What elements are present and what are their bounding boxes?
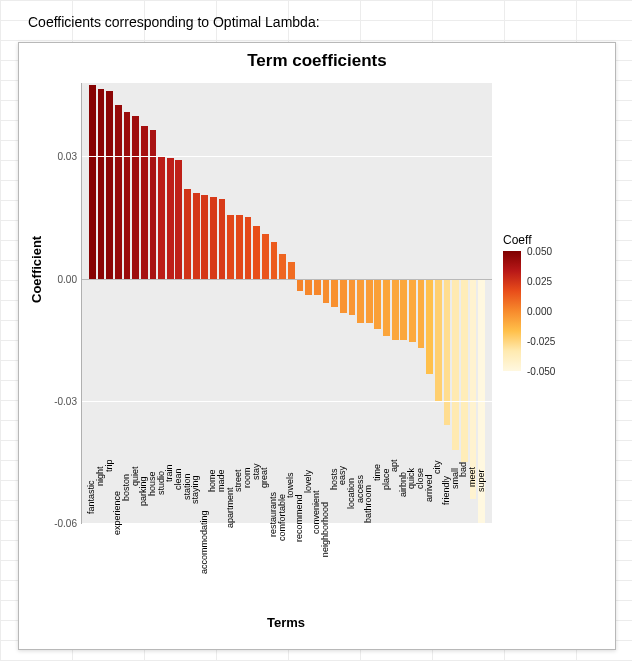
bar: [409, 279, 416, 342]
bar: [253, 226, 260, 279]
bar: [193, 193, 200, 279]
bar: [106, 91, 113, 278]
bar: [167, 158, 174, 278]
x-tick-label: room: [243, 447, 252, 527]
bar: [357, 279, 364, 324]
bar: [227, 215, 234, 278]
bar: [297, 279, 304, 291]
bar: [158, 156, 165, 278]
bar: [435, 279, 442, 401]
bar: [444, 279, 451, 426]
bar: [288, 262, 295, 278]
legend-tick-label: -0.025: [527, 336, 555, 347]
y-tick-label: -0.03: [54, 395, 77, 406]
bar: [461, 279, 468, 462]
bar: [314, 279, 321, 295]
bar: [184, 189, 191, 279]
bar: [279, 254, 286, 278]
bar: [219, 199, 226, 278]
legend-tick-label: -0.050: [527, 366, 555, 377]
legend-tick-label: 0.000: [527, 306, 552, 317]
bar: [426, 279, 433, 375]
y-axis-label: Coefficient: [29, 236, 44, 303]
bar: [374, 279, 381, 330]
chart-title: Term coefficients: [19, 51, 615, 71]
bar: [175, 160, 182, 278]
bar: [245, 217, 252, 278]
x-tick-label: boston: [122, 447, 131, 527]
bar: [98, 89, 105, 278]
legend-colorbar: [503, 251, 521, 371]
bar: [201, 195, 208, 279]
bar: [383, 279, 390, 336]
bar: [418, 279, 425, 348]
x-tick-label: bathroom: [364, 447, 373, 527]
x-tick-label: super: [477, 447, 486, 527]
y-axis-ticks: 0.030.00-0.03-0.06: [47, 83, 77, 523]
legend-tick-label: 0.050: [527, 246, 552, 257]
legend-body: 0.0500.0250.000-0.025-0.050: [503, 251, 603, 371]
bar: [331, 279, 338, 308]
bar: [305, 279, 312, 295]
bar: [366, 279, 373, 324]
bar: [323, 279, 330, 303]
bar: [349, 279, 356, 316]
legend-ticks: 0.0500.0250.000-0.025-0.050: [527, 251, 587, 371]
bar: [141, 126, 148, 279]
bar: [89, 85, 96, 279]
chart-panel: Term coefficients 0.030.00-0.03-0.06 Coe…: [18, 42, 616, 650]
bar: [262, 234, 269, 279]
bar: [271, 242, 278, 279]
legend-tick-label: 0.025: [527, 276, 552, 287]
bar: [132, 116, 139, 279]
bar: [124, 112, 131, 279]
x-tick-label: fantastic: [87, 447, 96, 527]
color-legend: Coeff 0.0500.0250.000-0.025-0.050: [503, 233, 603, 371]
y-tick-label: 0.03: [58, 151, 77, 162]
bar: [150, 130, 157, 279]
section-heading: Coefficients corresponding to Optimal La…: [28, 14, 320, 30]
bar: [115, 105, 122, 278]
bar: [392, 279, 399, 340]
bar: [210, 197, 217, 278]
bar: [340, 279, 347, 314]
spreadsheet-frame: Coefficients corresponding to Optimal La…: [0, 0, 632, 661]
bar: [400, 279, 407, 340]
x-axis-ticklabels: fantasticnighttripexperiencebostonquietp…: [81, 525, 491, 610]
bar: [452, 279, 459, 450]
bar: [236, 215, 243, 278]
y-tick-label: 0.00: [58, 273, 77, 284]
y-tick-label: -0.06: [54, 518, 77, 529]
x-axis-label: Terms: [81, 615, 491, 630]
legend-title: Coeff: [503, 233, 603, 247]
